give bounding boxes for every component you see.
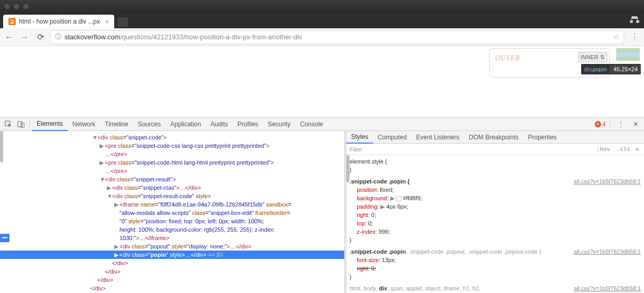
info-icon[interactable]: ⓘ — [55, 32, 61, 41]
tab-application[interactable]: Application — [166, 117, 206, 131]
tab-profiles[interactable]: Profiles — [233, 117, 263, 131]
rule-popin: all.css?v=1b5f7623db58:1 .snippet-code .… — [350, 177, 641, 244]
source-link[interactable]: all.css?v=1b5f7623db58:1 — [574, 247, 641, 256]
tab-sources[interactable]: Sources — [133, 117, 166, 131]
dom-tree[interactable]: ••• ▼<div class="snippet-code"> ▶<pre cl… — [0, 131, 344, 293]
forward-button[interactable]: → — [19, 31, 30, 43]
browser-tab[interactable]: ⊒ html - how position a div ...px × — [3, 15, 114, 28]
dropdown-icon: ⇅ — [600, 54, 605, 61]
tab-styles[interactable]: Styles — [346, 131, 373, 144]
tab-title: html - how position a div ...px — [19, 18, 100, 25]
browser-tabbar: ⊒ html - how position a div ...px × — [0, 13, 644, 28]
tab-timeline[interactable]: Timeline — [100, 117, 133, 131]
element-highlight — [616, 48, 640, 61]
tab-properties[interactable]: Properties — [523, 131, 561, 144]
incognito-icon — [629, 16, 640, 25]
styles-panel: Styles Computed Event Listeners DOM Brea… — [346, 131, 644, 293]
tab-computed[interactable]: Computed — [373, 131, 411, 144]
new-tab-button[interactable] — [117, 17, 128, 27]
maximize-window-icon[interactable] — [23, 4, 29, 9]
tab-audits[interactable]: Audits — [206, 117, 233, 131]
error-icon[interactable]: ✕4 — [595, 121, 606, 128]
rule-reset: all.css?v=1b5f7623db58:1 html, body, div… — [350, 284, 641, 293]
outer-label: OUTER — [495, 54, 520, 62]
devtools-body: ••• ▼<div class="snippet-code"> ▶<pre cl… — [0, 131, 644, 293]
tab-console[interactable]: Console — [295, 117, 328, 131]
tab-network[interactable]: Network — [68, 117, 100, 131]
source-link[interactable]: all.css?v=1b5f7623db58:1 — [574, 284, 641, 292]
selected-dom-node: ▶<div class="popin" style>…</div> == $0 — [0, 251, 344, 259]
url-bar[interactable]: ⓘ stackoverflow.com/questions/42121933/h… — [50, 30, 624, 44]
url-path: /questions/42121933/how-position-a-div-p… — [120, 33, 302, 41]
back-button[interactable]: ← — [3, 31, 15, 43]
inner-select[interactable]: INNER ⇅ — [578, 52, 607, 62]
source-link[interactable]: all.css?v=1b5f7623db58:1 — [574, 177, 641, 186]
minimize-window-icon[interactable] — [14, 4, 19, 9]
tab-elements[interactable]: Elements — [32, 117, 68, 131]
styles-rules[interactable]: element.style { } all.css?v=1b5f7623db58… — [346, 155, 644, 293]
stackoverflow-favicon-icon: ⊒ — [8, 18, 16, 25]
traffic-lights — [4, 4, 29, 9]
url-host: stackoverflow.com — [64, 33, 120, 41]
filter-input[interactable]: Filter — [350, 146, 593, 153]
browser-menu-icon[interactable]: ⋮ — [628, 32, 641, 42]
close-window-icon[interactable] — [4, 4, 10, 9]
styles-tabbar: Styles Computed Event Listeners DOM Brea… — [346, 131, 644, 144]
styles-filter-bar: Filter :hov .cls ＋ — [346, 144, 644, 155]
rule-popin-popout: all.css?v=1b5f7623db58:1 .snippet-code .… — [350, 247, 641, 281]
reload-button[interactable]: ⟳ — [35, 31, 46, 43]
tab-security[interactable]: Security — [263, 117, 295, 131]
hov-toggle[interactable]: :hov — [596, 146, 610, 153]
devtools-menu-icon[interactable]: ⋮ — [615, 118, 627, 131]
add-rule-icon[interactable]: ＋ — [634, 145, 641, 154]
window-titlebar — [0, 0, 644, 13]
devtools-tabbar: Elements Network Timeline Sources Applic… — [0, 117, 644, 131]
page-viewport: OUTER INNER ⇅ div.popin 45.25×24 — [0, 46, 644, 117]
cls-toggle[interactable]: .cls — [617, 146, 631, 153]
tab-event-listeners[interactable]: Event Listeners — [411, 131, 464, 144]
close-tab-icon[interactable]: × — [105, 18, 109, 26]
address-bar: ← → ⟳ ⓘ stackoverflow.com/questions/4212… — [0, 28, 644, 46]
selected-line-gutter: ••• — [0, 234, 9, 242]
tab-dom-breakpoints[interactable]: DOM Breakpoints — [464, 131, 523, 144]
element-tooltip: div.popin 45.25×24 — [581, 64, 641, 74]
device-toolbar-icon[interactable] — [15, 118, 27, 131]
devtools-close-icon[interactable]: ✕ — [629, 118, 642, 131]
svg-rect-1 — [18, 122, 22, 127]
dom-scrollbar[interactable] — [0, 131, 3, 162]
rule-element-style: element.style { } — [350, 157, 641, 174]
inspect-element-icon[interactable] — [2, 118, 15, 131]
bookmark-star-icon[interactable]: ☆ — [613, 33, 619, 41]
